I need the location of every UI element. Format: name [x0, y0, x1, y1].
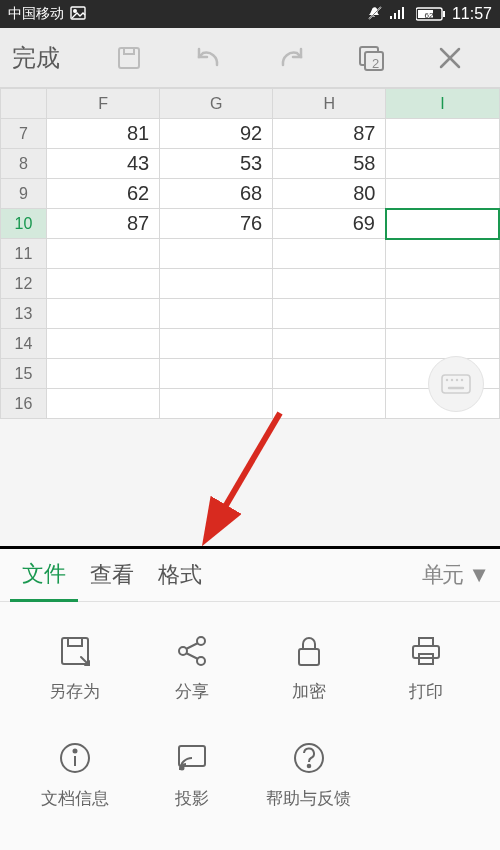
redo-icon[interactable] — [275, 45, 307, 71]
cell[interactable] — [273, 329, 386, 359]
cell[interactable]: 87 — [273, 119, 386, 149]
action-share[interactable]: 分享 — [133, 632, 250, 703]
cell[interactable]: 62 — [47, 179, 160, 209]
action-help[interactable]: 帮助与反馈 — [250, 739, 367, 810]
cell[interactable] — [47, 239, 160, 269]
col-header-G[interactable]: G — [160, 89, 273, 119]
action-label: 帮助与反馈 — [266, 787, 351, 810]
corner-header[interactable] — [1, 89, 47, 119]
row-header[interactable]: 8 — [1, 149, 47, 179]
action-project[interactable]: 投影 — [133, 739, 250, 810]
cell[interactable] — [273, 299, 386, 329]
cell[interactable] — [160, 299, 273, 329]
cell[interactable] — [273, 359, 386, 389]
cell[interactable] — [386, 299, 499, 329]
svg-text:62: 62 — [425, 11, 434, 20]
print-icon — [407, 632, 445, 670]
cell[interactable] — [386, 239, 499, 269]
cell[interactable]: 80 — [273, 179, 386, 209]
svg-rect-13 — [124, 48, 134, 54]
keyboard-button[interactable] — [428, 356, 484, 412]
col-header-H[interactable]: H — [273, 89, 386, 119]
tab-more[interactable]: 单元 ▼ — [422, 560, 490, 590]
action-save-as[interactable]: 另存为 — [16, 632, 133, 703]
row-header[interactable]: 13 — [1, 299, 47, 329]
tab-file[interactable]: 文件 — [10, 550, 78, 602]
svg-line-30 — [186, 643, 198, 649]
svg-point-1 — [74, 9, 77, 12]
tab-view[interactable]: 查看 — [78, 549, 146, 601]
svg-rect-5 — [394, 13, 396, 19]
svg-point-37 — [73, 750, 76, 753]
svg-line-31 — [186, 653, 198, 659]
cell[interactable] — [386, 179, 499, 209]
cell[interactable]: 53 — [160, 149, 273, 179]
cell[interactable] — [386, 269, 499, 299]
row-header[interactable]: 11 — [1, 239, 47, 269]
cell[interactable] — [386, 119, 499, 149]
cell[interactable] — [160, 269, 273, 299]
tabs-icon[interactable]: 2 — [357, 44, 387, 72]
row-header[interactable]: 16 — [1, 389, 47, 419]
row-header[interactable]: 9 — [1, 179, 47, 209]
row-header[interactable]: 14 — [1, 329, 47, 359]
cell[interactable] — [47, 389, 160, 419]
save-as-icon — [56, 632, 94, 670]
cell[interactable] — [47, 359, 160, 389]
cell[interactable] — [47, 269, 160, 299]
cell[interactable]: 92 — [160, 119, 273, 149]
signal-icon — [390, 6, 410, 23]
cell[interactable]: 68 — [160, 179, 273, 209]
cell[interactable]: 76 — [160, 209, 273, 239]
close-icon[interactable] — [437, 45, 463, 71]
action-label: 文档信息 — [41, 787, 109, 810]
cell[interactable] — [386, 329, 499, 359]
carrier-label: 中国移动 — [8, 5, 64, 23]
info-icon — [56, 739, 94, 777]
row-header[interactable]: 7 — [1, 119, 47, 149]
cell[interactable] — [273, 389, 386, 419]
tab-bar: 文件 查看 格式 单元 ▼ — [0, 546, 500, 602]
tab-more-label: 单元 — [422, 560, 466, 590]
cell[interactable]: 69 — [273, 209, 386, 239]
selected-cell[interactable] — [386, 209, 499, 239]
cell[interactable] — [47, 299, 160, 329]
chevron-down-icon: ▼ — [468, 562, 490, 588]
row-header[interactable]: 12 — [1, 269, 47, 299]
tab-format[interactable]: 格式 — [146, 549, 214, 601]
cell[interactable]: 58 — [273, 149, 386, 179]
cell[interactable] — [273, 239, 386, 269]
cell[interactable] — [47, 329, 160, 359]
svg-point-40 — [180, 767, 183, 770]
bottom-panel: 文件 查看 格式 单元 ▼ 另存为 分享 — [0, 546, 500, 850]
help-icon — [290, 739, 328, 777]
cell[interactable]: 43 — [47, 149, 160, 179]
cell[interactable]: 87 — [47, 209, 160, 239]
svg-rect-6 — [398, 10, 400, 19]
action-label: 打印 — [409, 680, 443, 703]
cell[interactable]: 81 — [47, 119, 160, 149]
cell[interactable] — [160, 389, 273, 419]
save-icon[interactable] — [115, 44, 143, 72]
action-print[interactable]: 打印 — [367, 632, 484, 703]
action-doc-info[interactable]: 文档信息 — [16, 739, 133, 810]
cell[interactable] — [160, 239, 273, 269]
cell[interactable] — [273, 269, 386, 299]
row-header[interactable]: 15 — [1, 359, 47, 389]
spreadsheet[interactable]: F G H I 7819287 8435358 9626880 10877669… — [0, 88, 500, 419]
cell[interactable] — [386, 149, 499, 179]
annotation-arrow-icon — [160, 408, 300, 568]
svg-rect-12 — [119, 48, 139, 68]
svg-rect-33 — [413, 646, 439, 658]
cell[interactable] — [160, 359, 273, 389]
share-icon — [173, 632, 211, 670]
svg-rect-34 — [419, 638, 433, 646]
done-button[interactable]: 完成 — [12, 42, 60, 74]
action-label: 加密 — [292, 680, 326, 703]
col-header-I[interactable]: I — [386, 89, 499, 119]
cell[interactable] — [160, 329, 273, 359]
col-header-F[interactable]: F — [47, 89, 160, 119]
undo-icon[interactable] — [193, 45, 225, 71]
row-header[interactable]: 10 — [1, 209, 47, 239]
action-encrypt[interactable]: 加密 — [250, 632, 367, 703]
